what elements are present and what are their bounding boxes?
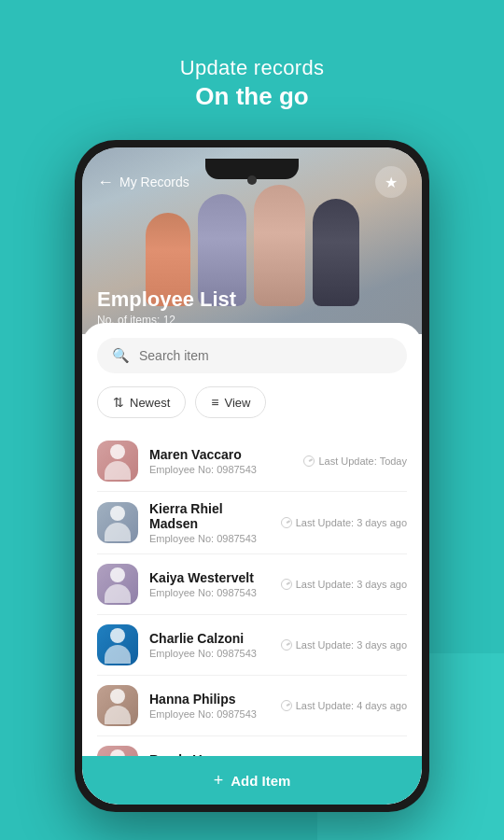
employee-info: Charlie Calzoni Employee No: 0987543 (149, 631, 270, 659)
employee-name: Maren Vaccaro (149, 447, 292, 462)
avatar-body (105, 461, 131, 480)
employee-update: Last Update: 3 days ago (281, 639, 407, 651)
update-text: Last Update: Today (318, 455, 407, 467)
employee-item[interactable]: Kaiya Westervelt Employee No: 0987543 La… (97, 554, 407, 615)
employee-name: Hanna Philips (149, 692, 270, 707)
list-title: Employee List (97, 287, 236, 312)
avatar-body (105, 706, 131, 724)
add-item-button[interactable]: + Add Item (82, 756, 422, 805)
employee-item[interactable]: Hanna Philips Employee No: 0987543 Last … (97, 676, 407, 736)
avatar (97, 441, 138, 482)
sort-label: Newest (130, 396, 170, 410)
search-input[interactable] (139, 348, 392, 363)
back-button[interactable]: ← My Records (97, 173, 189, 192)
avatar-head (110, 444, 125, 459)
employee-info: Kierra Rhiel Madsen Employee No: 0987543 (149, 501, 270, 544)
clock-icon (281, 639, 292, 651)
employee-update: Last Update: 4 days ago (281, 700, 407, 711)
clock-icon (303, 455, 315, 467)
employee-info: Hanna Philips Employee No: 0987543 (149, 692, 270, 720)
person-4 (313, 199, 359, 306)
avatar-head (110, 628, 125, 643)
avatar (97, 502, 138, 543)
avatar-head (110, 506, 125, 521)
camera (247, 175, 257, 185)
screen: ← My Records ★ Employee List No. of item… (82, 147, 422, 805)
employee-update: Last Update: Today (303, 455, 407, 467)
employee-id: Employee No: 0987543 (149, 464, 292, 475)
filter-icon: ≡ (211, 395, 218, 410)
nav-title-text: My Records (119, 175, 189, 189)
employee-id: Employee No: 0987543 (149, 533, 270, 544)
phone-notch (205, 159, 299, 179)
employee-name: Kierra Rhiel Madsen (149, 501, 270, 531)
view-button[interactable]: ≡ View (195, 386, 266, 418)
back-arrow-icon: ← (97, 173, 114, 192)
avatar-head (110, 567, 125, 582)
employee-id: Employee No: 0987543 (149, 648, 270, 659)
update-text: Last Update: 4 days ago (296, 700, 407, 711)
avatar-body (105, 523, 131, 541)
favorite-button[interactable]: ★ (375, 166, 407, 198)
search-bar[interactable]: 🔍 (97, 338, 407, 373)
employee-info: Maren Vaccaro Employee No: 0987543 (149, 447, 292, 475)
employee-item[interactable]: Kierra Rhiel Madsen Employee No: 0987543… (97, 492, 407, 554)
avatar-body (105, 584, 131, 603)
header-subtitle: Update records (0, 56, 504, 80)
update-text: Last Update: 3 days ago (296, 517, 407, 528)
employee-id: Employee No: 0987543 (149, 708, 270, 720)
employee-list: Maren Vaccaro Employee No: 0987543 Last … (97, 431, 407, 795)
phone-inner: ← My Records ★ Employee List No. of item… (82, 147, 422, 805)
update-text: Last Update: 3 days ago (296, 639, 407, 651)
avatar-body (105, 645, 131, 664)
list-count: No. of items: 12 (97, 314, 236, 327)
header-title: On the go (0, 82, 504, 111)
search-icon: 🔍 (112, 347, 130, 364)
employee-item[interactable]: Maren Vaccaro Employee No: 0987543 Last … (97, 431, 407, 492)
phone-frame: ← My Records ★ Employee List No. of item… (75, 140, 429, 812)
add-item-label: Add Item (231, 773, 290, 789)
sort-icon: ⇅ (113, 395, 124, 410)
sort-newest-button[interactable]: ⇅ Newest (97, 386, 186, 418)
filter-row: ⇅ Newest ≡ View (97, 386, 407, 418)
employee-name: Charlie Calzoni (149, 631, 270, 646)
update-text: Last Update: 3 days ago (296, 579, 407, 590)
avatar (97, 564, 138, 605)
employee-update: Last Update: 3 days ago (281, 517, 407, 528)
header-section: Update records On the go (0, 56, 504, 111)
clock-icon (281, 700, 292, 711)
employee-item[interactable]: Charlie Calzoni Employee No: 0987543 Las… (97, 615, 407, 676)
content-panel: 🔍 ⇅ Newest ≡ View (82, 323, 422, 805)
avatar (97, 624, 138, 665)
plus-icon: + (214, 771, 224, 791)
avatar (97, 685, 138, 726)
list-header: Employee List No. of items: 12 (97, 287, 236, 327)
employee-info: Kaiya Westervelt Employee No: 0987543 (149, 570, 270, 598)
avatar-head (110, 689, 125, 704)
view-label: View (225, 396, 251, 410)
employee-name: Kaiya Westervelt (149, 570, 270, 585)
clock-icon (281, 517, 292, 528)
clock-icon (281, 579, 292, 590)
employee-id: Employee No: 0987543 (149, 587, 270, 598)
employee-update: Last Update: 3 days ago (281, 579, 407, 590)
star-icon: ★ (385, 174, 398, 191)
